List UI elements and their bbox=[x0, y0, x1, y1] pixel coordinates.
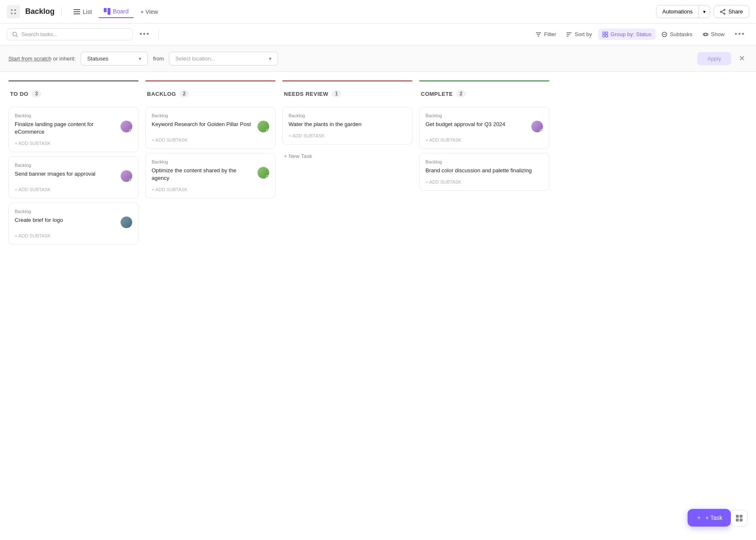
subtasks-icon bbox=[662, 32, 667, 37]
inherit-text: Start from scratch or inherit: bbox=[8, 55, 76, 62]
sort-by-button[interactable]: Sort by bbox=[562, 29, 596, 40]
svg-point-2 bbox=[11, 13, 13, 14]
card-label: Backlog bbox=[152, 113, 269, 118]
group-icon bbox=[602, 32, 608, 37]
card-title: Create brief for logo bbox=[15, 216, 117, 224]
card-brand-color[interactable]: Backlog Brand color discussion and palet… bbox=[419, 153, 549, 191]
backlog-title: BACKLOG bbox=[147, 91, 176, 97]
complete-title: COMPLETE bbox=[421, 91, 453, 97]
list-view-tab[interactable]: List bbox=[68, 6, 97, 18]
close-inherit-bar-button[interactable]: ✕ bbox=[736, 51, 748, 66]
card-label: Backlog bbox=[15, 209, 132, 214]
statuses-select[interactable]: Statuses ▾ bbox=[81, 52, 148, 66]
svg-rect-31 bbox=[736, 519, 739, 522]
filter-button[interactable]: Filter bbox=[531, 29, 560, 40]
review-bar bbox=[282, 80, 412, 82]
svg-rect-24 bbox=[603, 35, 605, 37]
review-header: NEEDS REVIEW 1 bbox=[282, 86, 412, 102]
avatar bbox=[257, 121, 269, 132]
add-subtask-button[interactable]: + ADD SUBTASK bbox=[289, 133, 406, 138]
online-dot bbox=[266, 129, 269, 132]
todo-count: 3 bbox=[32, 90, 41, 97]
card-label: Backlog bbox=[425, 159, 543, 164]
column-backlog: BACKLOG 2 Backlog Keyword Research for G… bbox=[145, 80, 276, 203]
more-options-button[interactable]: ••• bbox=[136, 27, 153, 41]
column-complete: COMPLETE 2 Backlog Get budget approval f… bbox=[419, 80, 549, 195]
search-box[interactable]: Search tasks... bbox=[7, 28, 133, 40]
column-needs-review: NEEDS REVIEW 1 Backlog Water the plants … bbox=[282, 80, 412, 163]
todo-title: TO DO bbox=[10, 91, 28, 97]
card-budget-approval[interactable]: Backlog Get budget approval for Q3 2024 … bbox=[419, 107, 549, 149]
card-title: Finalize landing page content for eComme… bbox=[15, 121, 117, 136]
online-dot bbox=[266, 175, 269, 179]
backlog-bar bbox=[145, 80, 276, 82]
card-body: Keyword Research for Golden Pillar Post bbox=[152, 121, 269, 132]
add-subtask-button[interactable]: + ADD SUBTASK bbox=[152, 187, 269, 192]
automations-main[interactable]: Automations bbox=[656, 5, 698, 18]
svg-rect-29 bbox=[736, 515, 739, 518]
start-from-scratch-link[interactable]: Start from scratch bbox=[8, 55, 52, 62]
add-subtask-button[interactable]: + ADD SUBTASK bbox=[425, 179, 543, 184]
search-placeholder: Search tasks... bbox=[21, 31, 58, 37]
sort-icon bbox=[566, 32, 572, 37]
card-water-plants[interactable]: Backlog Water the plants in the garden +… bbox=[282, 107, 412, 145]
show-icon bbox=[703, 32, 709, 37]
svg-rect-8 bbox=[108, 8, 110, 15]
search-icon bbox=[12, 32, 18, 37]
board-view-tab[interactable]: Board bbox=[99, 5, 134, 18]
location-select[interactable]: Select location... ▾ bbox=[169, 52, 278, 66]
add-view-button[interactable]: + View bbox=[135, 6, 163, 18]
card-label: Backlog bbox=[15, 163, 132, 168]
toolbar-right-actions: Filter Sort by Group by: Status Subtasks… bbox=[531, 27, 749, 41]
toolbar: Search tasks... ••• Filter Sort by Group… bbox=[0, 24, 756, 45]
card-logo-brief[interactable]: Backlog Create brief for logo + ADD SUBT… bbox=[8, 203, 139, 245]
complete-bar bbox=[419, 80, 549, 82]
svg-rect-6 bbox=[74, 13, 80, 14]
avatar bbox=[121, 216, 132, 228]
online-dot bbox=[129, 129, 132, 132]
apply-button[interactable]: Apply bbox=[697, 52, 731, 65]
board: TO DO 3 Backlog Finalize landing page co… bbox=[0, 72, 756, 257]
header: Backlog List Board + View Automations ▾ … bbox=[0, 0, 756, 24]
todo-bar bbox=[8, 80, 139, 82]
card-keyword-research[interactable]: Backlog Keyword Research for Golden Pill… bbox=[145, 107, 276, 149]
add-subtask-button[interactable]: + ADD SUBTASK bbox=[15, 141, 132, 146]
project-title: Backlog bbox=[25, 7, 55, 16]
more-toolbar-button[interactable]: ••• bbox=[730, 27, 749, 41]
card-label: Backlog bbox=[289, 113, 406, 118]
svg-point-10 bbox=[720, 11, 722, 12]
new-task-button[interactable]: + New Task bbox=[282, 149, 412, 163]
grid-view-fab[interactable] bbox=[731, 510, 748, 527]
add-task-label: + Task bbox=[705, 514, 722, 521]
card-optimize-content[interactable]: Backlog Optimize the content shared by t… bbox=[145, 153, 276, 198]
add-subtask-button[interactable]: + ADD SUBTASK bbox=[15, 187, 132, 192]
card-label: Backlog bbox=[15, 113, 132, 118]
app-logo bbox=[7, 5, 20, 18]
subtasks-button[interactable]: Subtasks bbox=[657, 29, 696, 40]
from-text: from bbox=[153, 55, 164, 62]
add-subtask-button[interactable]: + ADD SUBTASK bbox=[152, 137, 269, 142]
card-title: Optimize the content shared by the agenc… bbox=[152, 167, 254, 182]
todo-header: TO DO 3 bbox=[8, 86, 139, 102]
card-finalize-landing[interactable]: Backlog Finalize landing page content fo… bbox=[8, 107, 139, 152]
automations-button[interactable]: Automations ▾ bbox=[656, 5, 710, 18]
location-select-arrow: ▾ bbox=[269, 55, 272, 62]
review-count: 1 bbox=[332, 90, 341, 97]
add-subtask-button[interactable]: + ADD SUBTASK bbox=[15, 233, 132, 238]
group-by-button[interactable]: Group by: Status bbox=[598, 29, 656, 40]
card-banner-images[interactable]: Backlog Send banner images for approval … bbox=[8, 156, 139, 198]
backlog-count: 2 bbox=[179, 90, 189, 97]
svg-point-14 bbox=[13, 32, 17, 36]
show-button[interactable]: Show bbox=[698, 29, 729, 40]
svg-rect-5 bbox=[74, 11, 80, 12]
svg-line-15 bbox=[16, 35, 18, 37]
add-task-fab[interactable]: ＋ + Task bbox=[688, 509, 731, 527]
share-button[interactable]: Share bbox=[714, 5, 749, 18]
column-todo: TO DO 3 Backlog Finalize landing page co… bbox=[8, 80, 139, 249]
automations-dropdown[interactable]: ▾ bbox=[698, 6, 710, 18]
inherit-bar: Start from scratch or inherit: Statuses … bbox=[0, 45, 756, 72]
add-subtask-button[interactable]: + ADD SUBTASK bbox=[425, 137, 543, 142]
grid-icon bbox=[735, 514, 743, 522]
avatar bbox=[121, 170, 132, 182]
svg-rect-4 bbox=[74, 9, 80, 10]
